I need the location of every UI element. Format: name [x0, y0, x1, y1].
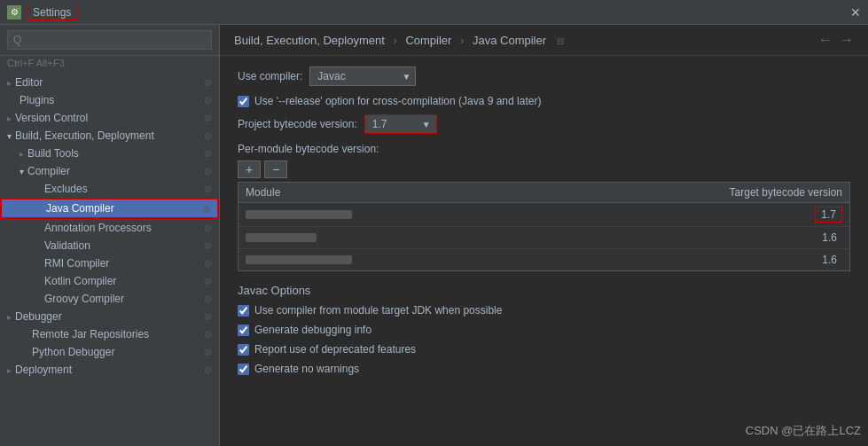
settings-icon-groovy-compiler: ⚙ — [204, 294, 212, 304]
javac-option-3: Generate no warnings — [238, 363, 850, 375]
module-col-header: Module — [246, 186, 280, 199]
title-bar: ⚙ Settings ✕ — [0, 0, 868, 25]
project-bytecode-row: Project bytecode version: 1.7 ▼ — [238, 114, 850, 134]
settings-icon-excludes: ⚙ — [204, 184, 212, 194]
bytecode-version-0: 1.7 — [815, 207, 842, 223]
sidebar-item-rmi-compiler[interactable]: RMI Compiler⚙ — [0, 254, 219, 272]
sidebar-label-debugger: Debugger — [15, 310, 204, 323]
settings-icon-validation: ⚙ — [204, 241, 212, 251]
sidebar-item-build-tools[interactable]: ▸Build Tools⚙ — [0, 145, 219, 162]
module-placeholder-1 — [246, 233, 317, 242]
cross-compile-row: Use '--release' option for cross-compila… — [238, 95, 850, 107]
table-header: Module Target bytecode version — [239, 183, 849, 203]
table-row: 1.6 — [239, 227, 849, 249]
sidebar-item-java-compiler[interactable]: Java Compiler⚙ — [0, 198, 219, 219]
javac-option-label-3: Generate no warnings — [254, 363, 359, 375]
javac-checkbox-0[interactable] — [238, 305, 249, 317]
javac-checkbox-2[interactable] — [238, 344, 249, 356]
use-compiler-label: Use compiler: — [238, 70, 302, 82]
settings-icon-kotlin-compiler: ⚙ — [204, 277, 212, 286]
sidebar-item-annotation-processors[interactable]: Annotation Processors⚙ — [0, 219, 219, 237]
sidebar-item-groovy-compiler[interactable]: Groovy Compiler⚙ — [0, 290, 219, 308]
sidebar-item-python-debugger[interactable]: Python Debugger⚙ — [0, 343, 219, 361]
module-table: Module Target bytecode version 1.7 1.6 1… — [238, 182, 850, 271]
sidebar-label-remote-jar-repos: Remote Jar Repositories — [32, 328, 204, 340]
sidebar-label-excludes: Excludes — [44, 183, 204, 195]
bytecode-version-label: Project bytecode version: — [238, 118, 357, 130]
table-row: 1.6 — [239, 249, 849, 270]
per-module-label: Per-module bytecode version: — [238, 143, 850, 155]
sidebar-label-groovy-compiler: Groovy Compiler — [44, 293, 204, 305]
breadcrumb-arrow-1: › — [460, 34, 467, 47]
breadcrumb-part-1: Compiler — [405, 34, 451, 47]
sidebar-item-deployment[interactable]: ▸Deployment⚙ — [0, 361, 219, 379]
breadcrumb-arrow-0: › — [393, 34, 400, 47]
search-box[interactable] — [0, 25, 219, 56]
table-row: 1.7 — [239, 203, 849, 227]
arrow-editor: ▸ — [7, 78, 12, 88]
arrow-deployment: ▸ — [7, 365, 12, 375]
sidebar-item-build-exec-deploy[interactable]: ▾Build, Execution, Deployment⚙ — [0, 127, 219, 145]
settings-icon-annotation-processors: ⚙ — [204, 223, 212, 233]
arrow-debugger: ▸ — [7, 312, 12, 322]
breadcrumb-icon: ⊟ — [557, 36, 564, 46]
javac-options-title: Javac Options — [238, 284, 850, 297]
sidebar-label-rmi-compiler: RMI Compiler — [44, 257, 204, 270]
sidebar-item-version-control[interactable]: ▸Version Control⚙ — [0, 109, 219, 127]
bytecode-select-wrapper[interactable]: 1.7 ▼ — [364, 114, 437, 134]
sidebar-item-editor[interactable]: ▸Editor⚙ — [0, 74, 219, 91]
sidebar-label-editor: Editor — [15, 76, 204, 89]
cross-compile-label: Use '--release' option for cross-compila… — [254, 95, 541, 107]
bytecode-col-header: Target bytecode version — [730, 186, 842, 199]
settings-icon-build-exec-deploy: ⚙ — [204, 131, 212, 141]
javac-options: Use compiler from module target JDK when… — [238, 304, 850, 375]
javac-checkbox-1[interactable] — [238, 325, 249, 336]
sidebar-item-compiler[interactable]: ▾Compiler⚙ — [0, 162, 219, 180]
bytecode-version-select[interactable]: 1.7 — [365, 115, 436, 133]
settings-icon-debugger: ⚙ — [204, 312, 212, 322]
nav-forward-button[interactable]: → — [840, 32, 854, 48]
compiler-select[interactable]: Javac — [309, 67, 416, 86]
arrow-build-exec-deploy: ▾ — [7, 131, 12, 141]
cross-compile-checkbox[interactable] — [238, 96, 249, 107]
window-title: Settings — [27, 4, 77, 20]
remove-button[interactable]: − — [264, 160, 287, 178]
sidebar-label-validation: Validation — [44, 239, 204, 252]
sidebar-item-debugger[interactable]: ▸Debugger⚙ — [0, 308, 219, 325]
sidebar-item-validation[interactable]: Validation⚙ — [0, 237, 219, 254]
arrow-version-control: ▸ — [7, 113, 12, 123]
sidebar-item-kotlin-compiler[interactable]: Kotlin Compiler⚙ — [0, 272, 219, 290]
module-placeholder-2 — [246, 255, 352, 264]
settings-icon-plugins: ⚙ — [204, 96, 212, 106]
sidebar-item-excludes[interactable]: Excludes⚙ — [0, 180, 219, 198]
sidebar-label-kotlin-compiler: Kotlin Compiler — [44, 275, 204, 287]
nav-items: ▸Editor⚙Plugins⚙▸Version Control⚙▾Build,… — [0, 74, 219, 379]
javac-checkbox-3[interactable] — [238, 364, 249, 375]
app-icon: ⚙ — [7, 5, 21, 20]
breadcrumb-bar: Build, Execution, Deployment › Compiler … — [220, 25, 868, 56]
settings-panel: Use compiler: Javac ▼ Use '--release' op… — [220, 56, 868, 446]
javac-option-2: Report use of deprecated features — [238, 343, 850, 356]
settings-icon-build-tools: ⚙ — [204, 149, 212, 159]
sidebar: Ctrl+F Alt+F3 ▸Editor⚙Plugins⚙▸Version C… — [0, 25, 220, 446]
breadcrumb: Build, Execution, Deployment › Compiler … — [234, 34, 564, 47]
nav-back-button[interactable]: ← — [818, 32, 833, 48]
search-input[interactable] — [7, 30, 212, 50]
sidebar-item-remote-jar-repos[interactable]: Remote Jar Repositories⚙ — [0, 325, 219, 343]
watermark: CSDN @已在路上LCZ — [746, 423, 861, 439]
close-button[interactable]: ✕ — [850, 5, 861, 20]
add-button[interactable]: + — [238, 160, 261, 178]
compiler-select-wrapper[interactable]: Javac ▼ — [309, 67, 416, 86]
bytecode-version-1: 1.6 — [817, 231, 842, 245]
settings-icon-editor: ⚙ — [204, 78, 212, 88]
settings-icon-remote-jar-repos: ⚙ — [204, 330, 212, 340]
arrow-compiler: ▾ — [20, 167, 24, 176]
sidebar-label-python-debugger: Python Debugger — [32, 346, 204, 358]
settings-icon-compiler: ⚙ — [204, 167, 212, 176]
sidebar-label-annotation-processors: Annotation Processors — [44, 222, 204, 234]
sidebar-label-build-tools: Build Tools — [27, 147, 204, 160]
sidebar-label-compiler: Compiler — [27, 165, 204, 177]
breadcrumb-navigation: ← → — [818, 32, 854, 48]
use-compiler-row: Use compiler: Javac ▼ — [238, 67, 850, 86]
sidebar-item-plugins[interactable]: Plugins⚙ — [0, 91, 219, 109]
